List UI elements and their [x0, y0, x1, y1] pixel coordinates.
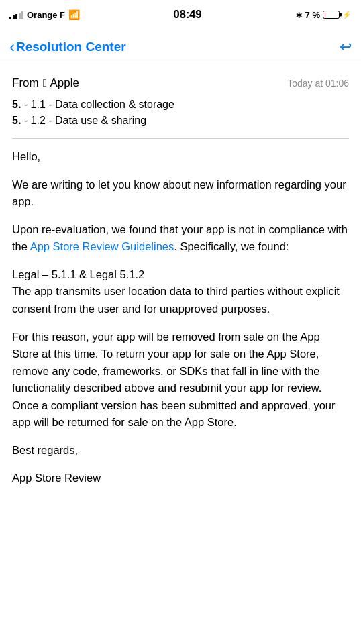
battery-fill — [325, 13, 325, 17]
charging-icon: ⚡ — [342, 11, 352, 19]
violations-list: 5. - 1.1 - Data collection & storage 5. … — [12, 97, 349, 129]
removal-paragraph: For this reason, your app will be remove… — [12, 329, 349, 431]
battery-shell — [323, 11, 340, 19]
back-button[interactable]: ‹ Resolution Center — [9, 39, 126, 55]
bluetooth-icon: ∗ — [295, 10, 303, 20]
intro-paragraph: We are writing to let you know about new… — [12, 176, 349, 211]
signature-text: App Store Review — [12, 470, 349, 487]
email-body: Hello, We are writing to let you know ab… — [12, 148, 349, 487]
nav-bar: ‹ Resolution Center ↩ — [0, 30, 361, 64]
violation-num-1: 5. — [12, 99, 21, 110]
violation-num-2: 5. — [12, 115, 21, 126]
email-content: From  Apple Today at 01:06 5. - 1.1 - D… — [0, 64, 361, 507]
compliance-text-after: . Specifically, we found: — [174, 240, 289, 252]
from-label: From — [12, 76, 39, 90]
status-time: 08:49 — [173, 8, 201, 21]
legal-heading: Legal – 5.1.1 & Legal 5.1.2 — [12, 268, 144, 280]
email-header: From  Apple Today at 01:06 — [12, 76, 349, 90]
sender-name: Apple — [50, 76, 79, 90]
reply-button[interactable]: ↩ — [340, 38, 352, 56]
battery-percent-label: 7 % — [305, 10, 320, 20]
wifi-icon: 📶 — [68, 9, 80, 20]
status-left: Orange F 📶 — [9, 9, 80, 20]
carrier-label: Orange F — [27, 10, 65, 20]
legal-section: Legal – 5.1.1 & Legal 5.1.2 The app tran… — [12, 266, 349, 318]
from-sender: From  Apple — [12, 76, 79, 90]
app-store-guidelines-link[interactable]: App Store Review Guidelines — [30, 240, 174, 252]
divider — [12, 138, 349, 139]
battery-indicator — [323, 11, 340, 19]
nav-title: Resolution Center — [16, 40, 126, 54]
email-timestamp: Today at 01:06 — [287, 78, 349, 89]
list-item: 5. - 1.2 - Data use & sharing — [12, 113, 349, 129]
list-item: 5. - 1.1 - Data collection & storage — [12, 97, 349, 113]
violation-text-1: - 1.1 - Data collection & storage — [21, 99, 174, 110]
closing-text: Best regards, — [12, 442, 349, 460]
violation-text-2: - 1.2 - Data use & sharing — [21, 115, 146, 126]
signal-icon — [9, 11, 23, 19]
apple-logo-icon:  — [43, 77, 47, 89]
compliance-paragraph: Upon re-evaluation, we found that your a… — [12, 221, 349, 256]
legal-body: The app transmits user location data to … — [12, 285, 340, 315]
chevron-left-icon: ‹ — [9, 39, 15, 55]
greeting-text: Hello, — [12, 148, 349, 166]
status-right: ∗ 7 % ⚡ — [295, 10, 352, 20]
status-bar: Orange F 📶 08:49 ∗ 7 % ⚡ — [0, 0, 361, 30]
